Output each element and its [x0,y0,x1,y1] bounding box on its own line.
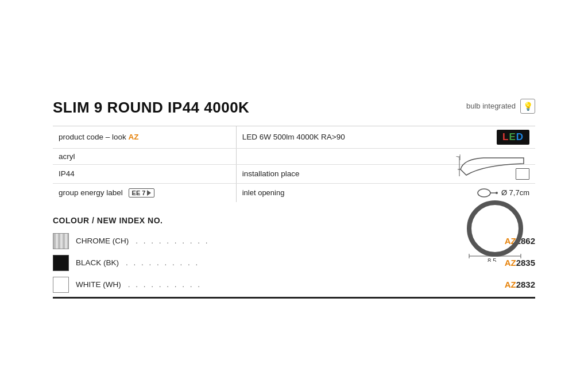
circle-diagram: 8,5 [463,199,527,264]
svg-point-6 [469,203,521,254]
led-badge: LED [497,130,529,145]
bulb-icon: 💡 [520,99,535,114]
bulb-integrated-label: bulb integrated 💡 [466,99,535,114]
white-code: AZ2832 [505,280,535,289]
colour-row-white: WHITE (WH) . . . . . . . . . . AZ2832 [53,277,535,293]
white-swatch [53,277,69,293]
svg-text:8,5: 8,5 [488,257,496,262]
svg-text:~|: ~| [456,154,461,160]
chrome-label: CHROME (CH) [76,237,129,245]
inlet-opening-label: inlet opening [242,188,285,197]
diagrams-section: ~| 8,5 [455,153,535,264]
ip44-cell: IP44 [53,164,236,183]
product-code-cell: product code – look AZ [53,126,236,148]
az-highlight: AZ [129,133,139,141]
chrome-swatch [53,233,69,249]
bottom-bar [53,297,535,299]
led-spec-text: LED 6W 500lm 4000K RA>90 [242,133,345,141]
group-energy-label-text: group energy label [59,188,123,197]
page-container: SLIM 9 ROUND IP44 4000K bulb integrated … [30,82,558,310]
acryl-cell: acryl [53,148,236,164]
chrome-dots: . . . . . . . . . . [136,237,497,245]
black-swatch [53,255,69,271]
table-row: product code – look AZ LED 6W 500lm 4000… [53,126,535,148]
energy-arrow-icon [147,190,151,196]
energy-label-badge: EE 7 [129,188,155,198]
energy-label-cell: group energy label EE 7 [53,183,236,202]
side-profile-diagram: ~| [455,153,535,185]
led-cell: LED 6W 500lm 4000K RA>90 LED [236,126,535,148]
installation-place-text: installation place [242,169,300,178]
product-title: SLIM 9 ROUND IP44 4000K [53,99,535,117]
white-label: WHITE (WH) [76,280,121,289]
white-dots: . . . . . . . . . . [128,280,498,289]
black-dots: . . . . . . . . . . [126,258,498,267]
black-label: BLACK (BK) [76,258,119,267]
